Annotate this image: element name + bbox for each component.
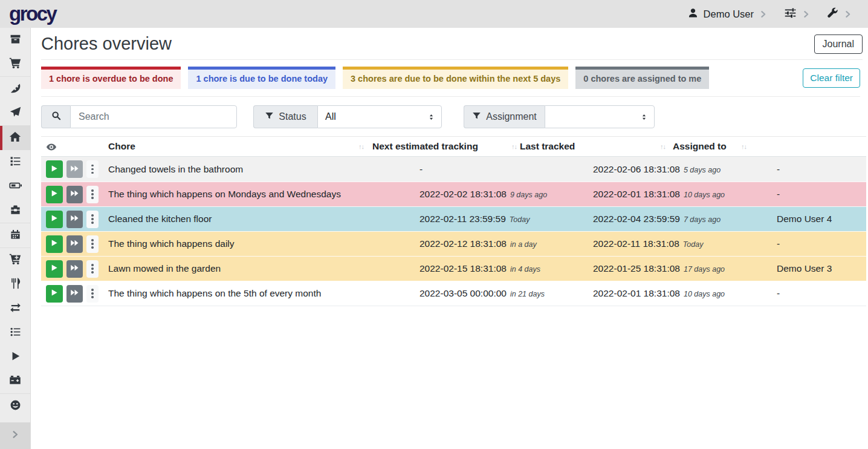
sidebar-item-equipment[interactable] bbox=[0, 198, 30, 223]
sort-icon[interactable]: ↑↓ bbox=[358, 143, 364, 150]
sidebar-item-recipes[interactable] bbox=[0, 77, 30, 101]
track-execution-button[interactable] bbox=[46, 160, 63, 178]
sidebar-item-calendar[interactable] bbox=[0, 223, 30, 247]
row-context-menu-button[interactable] bbox=[86, 260, 99, 278]
sidebar-item-user-entities[interactable] bbox=[0, 394, 30, 418]
skip-execution-button[interactable] bbox=[66, 160, 83, 178]
sidebar-item-stock-overview[interactable] bbox=[0, 28, 30, 52]
next-tracking-cell: 2022-02-15 18:31:08in 4 days bbox=[415, 263, 588, 274]
pizza-slice-icon bbox=[10, 82, 21, 96]
user-menu[interactable]: Demo User bbox=[688, 8, 767, 21]
sort-icon[interactable]: ↑↓ bbox=[741, 143, 747, 150]
last-tracked-relative: 5 days ago bbox=[684, 166, 721, 174]
list-icon bbox=[10, 326, 21, 340]
search-icon bbox=[51, 111, 61, 123]
app-logo[interactable]: grocy bbox=[9, 2, 56, 26]
next-tracking-cell: - bbox=[415, 164, 588, 175]
ellipsis-dot bbox=[91, 168, 94, 171]
skip-execution-button[interactable] bbox=[66, 260, 83, 278]
last-tracked-date: 2022-01-25 18:31:08 bbox=[593, 263, 680, 274]
row-context-menu-button[interactable] bbox=[86, 160, 99, 178]
sidebar-item-battery-tracking[interactable] bbox=[0, 369, 30, 393]
chip-due-soon[interactable]: 3 chores are due to be done within the n… bbox=[343, 67, 568, 89]
filter-funnel-icon bbox=[265, 111, 274, 123]
sliders-icon bbox=[784, 7, 797, 22]
track-execution-button[interactable] bbox=[46, 211, 63, 228]
row-context-menu-button[interactable] bbox=[86, 235, 99, 253]
sort-icon[interactable]: ↑↓ bbox=[511, 143, 517, 150]
battery-icon bbox=[9, 179, 22, 194]
sidebar-item-tasks[interactable] bbox=[0, 150, 30, 174]
settings-menu[interactable] bbox=[784, 7, 810, 22]
track-execution-button[interactable] bbox=[46, 235, 63, 253]
sidebar-collapse-toggle[interactable] bbox=[0, 422, 30, 449]
sidebar-item-batteries-overview[interactable] bbox=[0, 174, 30, 198]
fast-forward-icon bbox=[70, 189, 79, 200]
status-select[interactable]: All bbox=[317, 105, 442, 128]
sort-icon[interactable]: ↑↓ bbox=[660, 143, 666, 150]
search-input[interactable] bbox=[70, 105, 237, 128]
last-tracked-relative: 10 days ago bbox=[684, 191, 725, 199]
status-filter-label-box: Status bbox=[253, 105, 317, 128]
clear-filter-button[interactable]: Clear filter bbox=[803, 68, 860, 88]
sidebar-item-chore-tracking[interactable] bbox=[0, 345, 30, 369]
chore-name[interactable]: Cleaned the kitchen floor bbox=[103, 214, 415, 224]
column-header-next-tracking[interactable]: Next estimated tracking bbox=[372, 141, 478, 152]
ellipsis-dot bbox=[91, 296, 94, 298]
chore-name[interactable]: Lawn mowed in the garden bbox=[103, 263, 415, 274]
ellipsis-dot bbox=[91, 246, 94, 249]
play-icon bbox=[50, 165, 58, 174]
last-tracked-date: 2022-02-01 18:31:08 bbox=[593, 288, 680, 298]
assignment-select[interactable] bbox=[545, 105, 655, 128]
journal-button[interactable]: Journal bbox=[814, 34, 863, 54]
admin-menu[interactable] bbox=[827, 7, 852, 21]
chore-name[interactable]: The thing which happens on Mondays and W… bbox=[103, 189, 415, 200]
track-execution-button[interactable] bbox=[46, 285, 63, 303]
last-tracked-cell: 2022-02-11 18:31:08Today bbox=[588, 238, 772, 249]
next-tracking-cell: 2022-02-12 18:31:08in a day bbox=[415, 238, 588, 249]
column-header-last-tracked[interactable]: Last tracked bbox=[520, 141, 575, 152]
skip-execution-button[interactable] bbox=[66, 211, 83, 228]
last-tracked-relative: 7 days ago bbox=[684, 215, 721, 224]
chore-name[interactable]: The thing which happens on the 5th of ev… bbox=[103, 288, 415, 299]
ellipsis-dot bbox=[91, 243, 94, 245]
ellipsis-dot bbox=[91, 197, 94, 199]
row-context-menu-button[interactable] bbox=[86, 186, 99, 203]
row-context-menu-button[interactable] bbox=[86, 285, 99, 303]
skip-execution-button[interactable] bbox=[66, 285, 83, 303]
home-icon bbox=[9, 131, 21, 145]
fast-forward-icon bbox=[70, 288, 79, 299]
ellipsis-dot bbox=[91, 289, 94, 291]
eye-icon[interactable] bbox=[46, 142, 57, 155]
chore-name[interactable]: The thing which happens daily bbox=[103, 238, 415, 249]
next-tracking-date: 2022-02-12 18:31:08 bbox=[419, 238, 507, 249]
sidebar-item-purchase[interactable] bbox=[0, 248, 30, 272]
row-context-menu-button[interactable] bbox=[86, 211, 99, 228]
page-title: Chores overview bbox=[41, 34, 172, 54]
skip-execution-button[interactable] bbox=[66, 186, 83, 203]
chip-overdue[interactable]: 1 chore is overdue to be done bbox=[41, 67, 181, 89]
last-tracked-relative: 17 days ago bbox=[684, 265, 725, 274]
search-group bbox=[41, 105, 237, 128]
track-execution-button[interactable] bbox=[46, 186, 63, 203]
chip-due-today[interactable]: 1 chore is due to be done today bbox=[188, 67, 335, 89]
table-row: The thing which happens daily 2022-02-12… bbox=[41, 231, 866, 256]
next-tracking-cell: 2022-02-02 18:31:089 days ago bbox=[415, 189, 588, 200]
track-execution-button[interactable] bbox=[46, 260, 63, 278]
chore-name[interactable]: Changed towels in the bathroom bbox=[103, 164, 415, 175]
next-tracking-date: 2022-02-02 18:31:08 bbox=[419, 189, 507, 199]
sidebar-item-shopping-list[interactable] bbox=[0, 52, 30, 76]
box-icon bbox=[10, 33, 21, 47]
skip-execution-button[interactable] bbox=[66, 235, 83, 253]
sidebar-item-chores-overview[interactable] bbox=[0, 126, 30, 150]
sidebar-item-consume[interactable] bbox=[0, 272, 30, 297]
column-header-chore[interactable]: Chore bbox=[108, 141, 135, 152]
sidebar-item-transfer[interactable] bbox=[0, 297, 30, 321]
sidebar-item-meal-plan[interactable] bbox=[0, 101, 30, 125]
column-header-assigned-to[interactable]: Assigned to bbox=[673, 141, 727, 152]
assignment-filter-label-box: Assignment bbox=[464, 105, 545, 128]
chip-assigned-to-me[interactable]: 0 chores are assigned to me bbox=[575, 67, 709, 89]
sidebar-item-inventory[interactable] bbox=[0, 321, 30, 345]
chevron-right-icon bbox=[759, 10, 767, 18]
play-icon bbox=[50, 264, 58, 274]
